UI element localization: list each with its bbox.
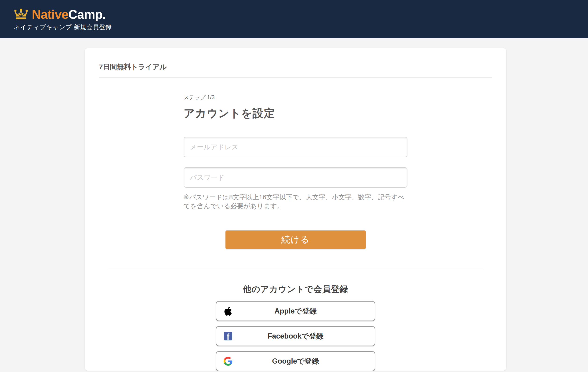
- social-signup-heading: 他のアカウントで会員登録: [99, 283, 492, 295]
- step-indicator: ステップ 1/3: [184, 94, 408, 101]
- app-header: 1 NativeCamp. ネイティブキャンプ 新規会員登録: [0, 0, 588, 38]
- svg-text:1: 1: [20, 12, 22, 17]
- facebook-signup-button[interactable]: Facebookで登録: [216, 326, 375, 346]
- signup-form: ステップ 1/3 アカウントを設定 ※パスワードは8文字以上16文字以下で、大文…: [184, 94, 408, 249]
- facebook-signup-label: Facebookで登録: [268, 331, 323, 341]
- form-title: アカウントを設定: [184, 106, 408, 120]
- google-icon: [223, 357, 233, 366]
- google-signup-label: Googleで登録: [272, 356, 319, 366]
- google-signup-button[interactable]: Googleで登録: [216, 351, 375, 371]
- brand-camp: Camp.: [68, 7, 106, 21]
- crown-icon: 1: [14, 8, 28, 20]
- divider: [108, 268, 483, 268]
- apple-icon: [223, 307, 233, 316]
- brand-wordmark: NativeCamp.: [32, 8, 106, 20]
- nativecamp-logo[interactable]: 1 NativeCamp.: [14, 8, 588, 20]
- email-field[interactable]: [184, 137, 408, 157]
- brand-native: Native: [32, 7, 68, 21]
- social-button-stack: Appleで登録 Facebookで登録: [216, 301, 375, 371]
- password-field[interactable]: [184, 167, 408, 188]
- divider: [99, 77, 492, 78]
- registration-card: 7日間無料トライアル ステップ 1/3 アカウントを設定 ※パスワードは8文字以…: [85, 48, 506, 371]
- facebook-icon: [223, 331, 233, 341]
- trial-heading: 7日間無料トライアル: [99, 63, 492, 71]
- password-requirements-note: ※パスワードは8文字以上16文字以下で、大文字、小文字、数字、記号すべてを含んで…: [184, 193, 408, 211]
- apple-signup-button[interactable]: Appleで登録: [216, 301, 375, 321]
- header-subtitle: ネイティブキャンプ 新規会員登録: [14, 23, 588, 31]
- continue-button[interactable]: 続ける: [225, 230, 366, 249]
- apple-signup-label: Appleで登録: [274, 306, 317, 316]
